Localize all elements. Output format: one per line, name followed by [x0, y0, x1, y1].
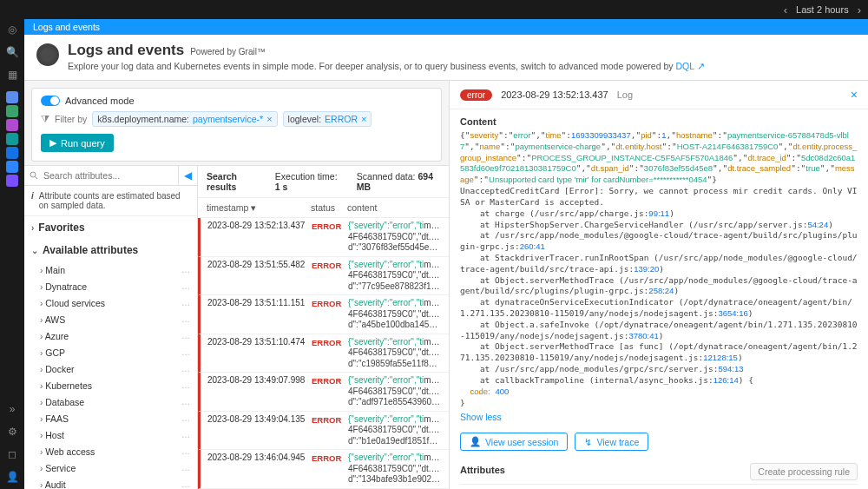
external-link-icon: ↗	[697, 61, 705, 71]
time-prev-icon[interactable]: ‹	[784, 3, 787, 17]
filter-chip-loglevel[interactable]: loglevel:ERROR ×	[283, 111, 372, 127]
top-bar: ‹ Last 2 hours ›	[0, 0, 868, 19]
breadcrumb: Logs and events	[24, 19, 868, 35]
create-processing-rule-button[interactable]: Create processing rule	[750, 463, 858, 480]
collapse-panel-button[interactable]: ◀	[178, 166, 197, 185]
attribute-search-input[interactable]	[24, 166, 178, 185]
col-status[interactable]: status	[311, 202, 347, 213]
log-row[interactable]: 2023-08-29 13:52:13.437ERROR{"severity":…	[198, 218, 449, 257]
log-row[interactable]: 2023-08-29 13:51:11.151ERROR{"severity":…	[198, 295, 449, 334]
chevron-right-icon: ›	[40, 282, 43, 292]
run-query-button[interactable]: ▶ Run query	[41, 134, 114, 152]
severity-badge: error	[460, 89, 492, 101]
page-header: Logs and events Powered by Grail™ Explor…	[24, 35, 868, 81]
nav-app-icon[interactable]	[5, 160, 19, 174]
attribute-group[interactable]: › Database…	[24, 393, 197, 410]
time-next-icon[interactable]: ›	[858, 3, 861, 17]
time-range-label[interactable]: Last 2 hours	[796, 4, 849, 15]
attribute-group[interactable]: › AWS…	[24, 311, 197, 327]
attribute-group[interactable]: › GCP…	[24, 344, 197, 360]
chevron-right-icon: ›	[40, 315, 43, 325]
available-attrs-section[interactable]: ⌄ Available attributes	[24, 239, 197, 261]
chevron-down-icon: ⌄	[31, 246, 38, 255]
attribute-group[interactable]: › Host…	[24, 426, 197, 443]
col-timestamp[interactable]: timestamp ▾	[207, 202, 311, 213]
attribute-group[interactable]: › Service…	[24, 459, 197, 476]
left-nav: ◎ 🔍 ▦ » ⚙ ◻ 👤	[0, 19, 24, 489]
app-logo-icon	[36, 43, 59, 66]
chevron-right-icon: ›	[31, 223, 34, 233]
log-row[interactable]: 2023-08-29 13:49:04.135ERROR{"severity":…	[198, 412, 449, 451]
attribute-group[interactable]: › Main…	[24, 261, 197, 278]
nav-app-icon[interactable]	[5, 90, 19, 104]
detail-timestamp: 2023-08-29 13:52:13.437	[501, 89, 608, 100]
gear-icon[interactable]: ⚙	[5, 425, 19, 439]
col-content[interactable]: content	[347, 202, 440, 213]
advanced-mode-label: Advanced mode	[65, 96, 135, 106]
chevron-right-icon: ›	[40, 414, 43, 424]
page-subtitle: Explore your log data and Kubernetes eve…	[68, 61, 705, 71]
chevron-right-icon: ›	[40, 266, 43, 275]
dql-link[interactable]: DQL	[675, 61, 694, 71]
help-icon[interactable]: ◻	[5, 447, 19, 461]
filter-chip-deployment[interactable]: k8s.deployment.name:paymentservice-* ×	[92, 111, 277, 127]
attribute-group[interactable]: › Kubernetes…	[24, 377, 197, 393]
advanced-mode-toggle[interactable]	[41, 96, 60, 106]
close-icon[interactable]: ×	[361, 114, 366, 124]
favorites-section[interactable]: › Favorites	[24, 216, 197, 239]
user-icon: 👤	[470, 436, 481, 447]
page-title: Logs and events	[68, 42, 184, 58]
apps-icon[interactable]: ▦	[5, 68, 19, 82]
attribute-group[interactable]: › Docker…	[24, 360, 197, 377]
view-user-session-button[interactable]: 👤View user session	[460, 433, 568, 451]
chevron-right-icon: ›	[40, 398, 43, 407]
close-icon[interactable]: ×	[266, 114, 272, 124]
chevron-right-icon: ›	[40, 447, 43, 457]
info-note: i Attribute counts are estimated based o…	[24, 186, 197, 216]
chevron-right-icon: ›	[40, 365, 43, 374]
play-icon: ▶	[49, 137, 56, 149]
nav-app-icon[interactable]	[5, 132, 19, 146]
attribute-group[interactable]: › Dynatrace…	[24, 278, 197, 294]
view-trace-button[interactable]: ↯View trace	[575, 433, 648, 451]
attribute-group[interactable]: › Audit…	[24, 476, 197, 489]
chevron-right-icon: ›	[40, 332, 43, 341]
log-row[interactable]: 2023-08-29 13:51:10.474ERROR{"severity":…	[198, 334, 449, 373]
filter-icon: ⧩	[41, 113, 49, 125]
nav-app-icon[interactable]	[5, 174, 19, 188]
chevron-right-icon: ›	[40, 348, 43, 358]
user-icon[interactable]: 👤	[5, 470, 19, 484]
attribute-group[interactable]: › Azure…	[24, 327, 197, 344]
sort-icon: ▾	[251, 202, 256, 213]
attributes-heading: Attributes	[460, 465, 505, 475]
detail-panel: error 2023-08-29 13:52:13.437 Log × Cont…	[450, 81, 868, 489]
chevron-right-icon: ›	[40, 299, 43, 308]
search-icon[interactable]: 🔍	[5, 45, 19, 59]
log-row[interactable]: 2023-08-29 13:51:55.482ERROR{"severity":…	[198, 257, 449, 296]
nav-app-icon[interactable]	[5, 146, 19, 160]
chevron-right-icon: ›	[40, 381, 43, 391]
info-icon: i	[31, 191, 34, 210]
log-row[interactable]: 2023-08-29 13:49:07.998ERROR{"severity":…	[198, 373, 449, 412]
close-detail-button[interactable]: ×	[851, 88, 858, 102]
powered-by-label: Powered by Grail™	[190, 47, 266, 56]
nav-app-icon[interactable]	[5, 118, 19, 132]
results-panel: Search results Execution time: 1 s Scann…	[198, 165, 449, 489]
attributes-panel: ◀ i Attribute counts are estimated based…	[24, 165, 198, 489]
attribute-group[interactable]: › Web access…	[24, 443, 197, 459]
attribute-group[interactable]: › FAAS…	[24, 410, 197, 426]
detail-type: Log	[617, 89, 633, 100]
log-row[interactable]: 2023-08-29 13:46:04.945ERROR{"severity":…	[198, 450, 449, 489]
query-card: Advanced mode ⧩ Filter by k8s.deployment…	[31, 88, 442, 162]
content-heading: Content	[460, 116, 858, 127]
log-content: {"severity":"error","time":1693309933437…	[460, 130, 858, 408]
chevron-right-icon: ›	[40, 431, 43, 440]
show-less-link[interactable]: Show less	[460, 412, 502, 422]
nav-app-icon[interactable]	[5, 104, 19, 118]
nav-home-icon[interactable]: ◎	[5, 23, 19, 36]
expand-icon[interactable]: »	[5, 402, 19, 416]
attribute-group[interactable]: › Cloud services…	[24, 294, 197, 311]
trace-icon: ↯	[584, 437, 592, 447]
breadcrumb-label: Logs and events	[33, 22, 100, 32]
chevron-right-icon: ›	[40, 480, 43, 490]
